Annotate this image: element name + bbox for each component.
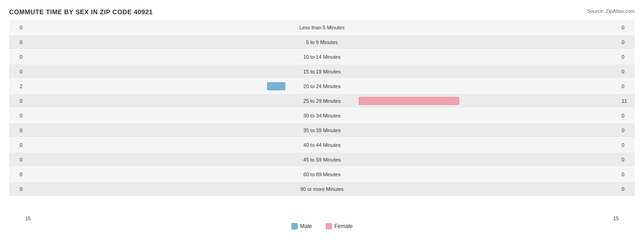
chart-row: 030 to 34 Minutes0 (9, 108, 635, 123)
row-label: 35 to 39 Minutes (285, 128, 359, 133)
male-value: 0 (9, 25, 25, 30)
axis-right-label: 15 (613, 216, 619, 221)
male-value: 0 (9, 128, 25, 133)
legend-female-box (326, 223, 332, 229)
male-value: 0 (9, 157, 25, 162)
row-label: 45 to 59 Minutes (285, 157, 359, 162)
female-bar-container (359, 52, 619, 62)
female-value: 0 (619, 128, 635, 133)
chart-row: 015 to 19 Minutes0 (9, 64, 635, 78)
male-bar-container (25, 67, 285, 77)
male-bar-container (25, 125, 285, 135)
axis-left-label: 15 (25, 216, 31, 221)
male-bar-container (25, 37, 285, 47)
female-bar-container (359, 155, 619, 165)
female-value: 0 (619, 157, 635, 162)
male-bar (267, 82, 285, 90)
male-value: 0 (9, 69, 25, 74)
chart-row: 025 to 29 Minutes11 (9, 94, 635, 108)
female-bar-container (359, 37, 619, 47)
row-label: 25 to 29 Minutes (285, 98, 359, 104)
bars-wrapper: 25 to 29 Minutes (25, 94, 619, 108)
row-label: 40 to 44 Minutes (285, 142, 359, 148)
female-bar-container (359, 96, 619, 106)
bars-wrapper: 20 to 24 Minutes (25, 79, 619, 93)
bars-wrapper: Less than 5 Minutes (25, 20, 619, 34)
chart-row: 090 or more Minutes0 (9, 182, 635, 196)
bars-wrapper: 90 or more Minutes (25, 182, 619, 196)
female-value: 0 (619, 142, 635, 148)
legend-female-label: Female (334, 223, 353, 229)
male-bar-container (25, 96, 285, 106)
row-label: 30 to 34 Minutes (285, 113, 359, 118)
male-bar-container (25, 22, 285, 33)
male-bar-container (25, 81, 285, 91)
legend: Male Female (9, 223, 635, 229)
female-value: 0 (619, 84, 635, 89)
female-value: 0 (619, 25, 635, 30)
female-bar-container (359, 140, 619, 150)
female-bar-container (359, 111, 619, 121)
chart-title: COMMUTE TIME BY SEX IN ZIP CODE 40921 (9, 8, 635, 16)
female-bar-container (359, 81, 619, 91)
legend-male-box (291, 223, 298, 229)
female-bar (359, 97, 459, 105)
male-bar-container (25, 111, 285, 121)
chart-area: 0Less than 5 Minutes005 to 9 Minutes0010… (9, 20, 635, 213)
female-bar-container (359, 22, 619, 33)
female-value: 11 (619, 98, 635, 104)
chart-row: 220 to 24 Minutes0 (9, 79, 635, 93)
legend-male-label: Male (300, 223, 312, 229)
female-bar-container (359, 169, 619, 179)
female-value: 0 (619, 113, 635, 118)
bars-wrapper: 15 to 19 Minutes (25, 64, 619, 78)
male-value: 0 (9, 142, 25, 148)
bars-wrapper: 45 to 59 Minutes (25, 152, 619, 167)
chart-row: 0Less than 5 Minutes0 (9, 20, 635, 34)
bars-wrapper: 30 to 34 Minutes (25, 108, 619, 123)
female-value: 0 (619, 69, 635, 74)
male-bar-container (25, 140, 285, 150)
male-bar-container (25, 155, 285, 165)
female-bar-container (359, 125, 619, 135)
chart-row: 05 to 9 Minutes0 (9, 35, 635, 49)
male-bar-container (25, 169, 285, 179)
chart-row: 040 to 44 Minutes0 (9, 138, 635, 152)
bars-wrapper: 40 to 44 Minutes (25, 138, 619, 152)
row-label: 5 to 9 Minutes (285, 39, 359, 45)
row-label: 90 or more Minutes (285, 186, 359, 192)
bars-wrapper: 60 to 89 Minutes (25, 167, 619, 181)
female-value: 0 (619, 54, 635, 60)
male-value: 2 (9, 84, 25, 89)
male-value: 0 (9, 172, 25, 177)
chart-row: 060 to 89 Minutes0 (9, 167, 635, 181)
bars-wrapper: 35 to 39 Minutes (25, 123, 619, 137)
chart-row: 035 to 39 Minutes0 (9, 123, 635, 137)
legend-female-item: Female (326, 223, 353, 229)
row-label: 20 to 24 Minutes (285, 84, 359, 89)
source-label: Source: ZipAtlas.com (587, 8, 635, 14)
bars-wrapper: 10 to 14 Minutes (25, 50, 619, 64)
legend-male-item: Male (291, 223, 312, 229)
male-bar-container (25, 52, 285, 62)
female-value: 0 (619, 186, 635, 192)
male-value: 0 (9, 186, 25, 192)
male-value: 0 (9, 98, 25, 104)
male-value: 0 (9, 54, 25, 60)
female-bar-container (359, 67, 619, 77)
chart-row: 045 to 59 Minutes0 (9, 152, 635, 167)
male-value: 0 (9, 113, 25, 118)
female-value: 0 (619, 39, 635, 45)
row-label: Less than 5 Minutes (285, 25, 359, 30)
axis-labels: 15 15 (9, 213, 635, 221)
chart-row: 010 to 14 Minutes0 (9, 50, 635, 64)
male-bar-container (25, 184, 285, 194)
male-value: 0 (9, 39, 25, 45)
bars-wrapper: 5 to 9 Minutes (25, 35, 619, 49)
female-value: 0 (619, 172, 635, 177)
row-label: 60 to 89 Minutes (285, 172, 359, 177)
row-label: 15 to 19 Minutes (285, 69, 359, 74)
female-bar-container (359, 184, 619, 194)
row-label: 10 to 14 Minutes (285, 54, 359, 60)
chart-container: COMMUTE TIME BY SEX IN ZIP CODE 40921 So… (0, 0, 644, 240)
